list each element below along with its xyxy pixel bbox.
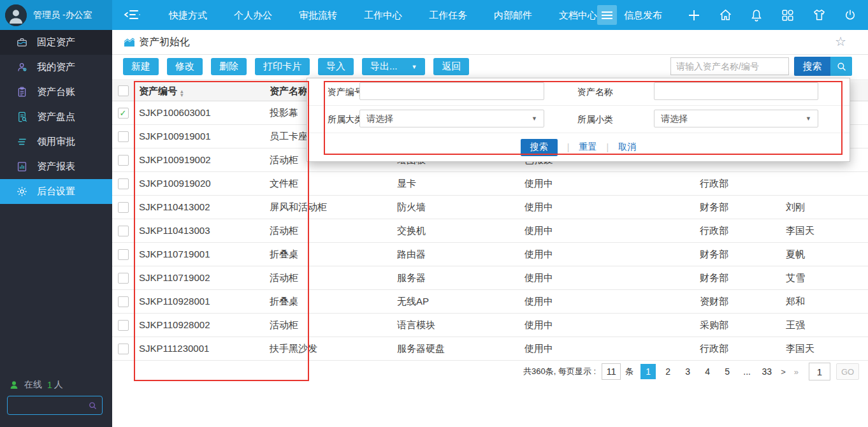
panel-search-button[interactable]: 搜索 (521, 139, 558, 156)
row-checkbox[interactable] (118, 202, 129, 213)
nav-item-mail[interactable]: 内部邮件 (481, 0, 546, 30)
column-header-asset-code[interactable]: 资产编号▴▾ (134, 81, 264, 101)
sidebar-search-input[interactable] (8, 401, 88, 410)
back-button[interactable]: 返回 (433, 58, 469, 75)
document-search-icon (15, 111, 28, 124)
select-all-checkbox[interactable] (118, 85, 129, 96)
favorite-star-icon[interactable]: ☆ (835, 34, 846, 49)
edit-button[interactable]: 修改 (167, 58, 203, 75)
last-page-icon[interactable]: » (792, 367, 800, 377)
table-row[interactable]: SJKP110719001 折叠桌 路由器 使用中 财务部 夏帆 (112, 243, 868, 266)
page-button-2[interactable]: 2 (660, 364, 676, 379)
page-button-33[interactable]: 33 (759, 364, 774, 379)
quick-search-input[interactable] (670, 57, 789, 75)
asset-code-cell: SJKP110928002 (134, 314, 264, 337)
apps-grid-icon[interactable] (780, 8, 795, 23)
row-checkbox[interactable] (118, 155, 129, 166)
nav-item-shortcuts[interactable]: 快捷方式 (156, 0, 221, 30)
power-logout-icon[interactable] (843, 8, 858, 23)
page-button-5[interactable]: 5 (720, 364, 735, 379)
export-dropdown-button[interactable]: 导出... ▼ (362, 58, 425, 75)
nav-item-approval[interactable]: 审批流转 (286, 0, 351, 30)
page-button-1[interactable]: 1 (640, 364, 656, 379)
table-row[interactable]: SJKP110928001 折叠桌 无线AP 使用中 资财部 郑和 (112, 290, 868, 314)
nav-item-personal[interactable]: 个人办公 (221, 0, 286, 30)
asset-code-cell: SJKP110413003 (134, 219, 264, 242)
row-checkbox[interactable] (118, 320, 129, 331)
online-count: 1 (47, 380, 52, 390)
category-select[interactable]: 请选择 ▼ (359, 110, 544, 127)
reset-link[interactable]: 重置 (579, 141, 597, 153)
online-person-icon (9, 380, 19, 390)
sidebar-item-label: 资产台账 (37, 86, 75, 98)
row-checkbox[interactable] (118, 131, 129, 142)
quick-search-button[interactable]: 搜索 (794, 57, 830, 76)
new-button[interactable]: 新建 (123, 58, 159, 75)
search-icon-button[interactable] (830, 57, 852, 76)
sidebar-item-backend-settings[interactable]: 后台设置 (0, 179, 112, 204)
page-button-4[interactable]: 4 (700, 364, 715, 379)
table-row[interactable]: SJKP111230001 扶手黑沙发 服务器硬盘 使用中 行政部 李国天 (112, 337, 868, 361)
goto-page-input[interactable] (809, 363, 830, 380)
next-page-icon[interactable]: > (779, 367, 788, 377)
row-checkbox[interactable] (118, 226, 129, 236)
person-icon (15, 61, 28, 74)
asset-name-label: 资产名称 (577, 78, 613, 105)
sidebar-item-asset-reports[interactable]: 资产报表 (0, 154, 112, 179)
sort-icon[interactable]: ▴▾ (180, 89, 184, 97)
table-row[interactable]: SJKP100919020 文件柜 显卡 使用中 行政部 (112, 172, 868, 196)
notifications-bell-icon[interactable] (749, 8, 764, 23)
status-cell: 使用中 (519, 266, 695, 289)
nav-item-news[interactable]: 信息发布 (611, 0, 676, 30)
table-row[interactable]: SJKP110413002 屏风和活动柜 防火墙 使用中 财务部 刘刚 (112, 196, 868, 219)
row-checkbox[interactable] (118, 249, 129, 260)
table-row[interactable]: SJKP110719002 活动柜 服务器 使用中 财务部 艾雪 (112, 266, 868, 290)
status-cell: 使用中 (519, 314, 695, 337)
device-cell: 路由器 (392, 243, 519, 266)
sidebar-item-asset-ledger[interactable]: 资产台账 (0, 80, 112, 105)
sidebar-item-asset-inventory[interactable]: 资产盘点 (0, 105, 112, 129)
person-cell: 郑和 (781, 290, 868, 313)
table-row[interactable]: SJKP110928002 活动柜 语言模块 使用中 采购部 王强 (112, 314, 868, 337)
asset-code-input[interactable] (359, 82, 544, 100)
go-button[interactable]: GO (836, 363, 859, 380)
row-checkbox[interactable] (118, 178, 129, 189)
avatar[interactable] (5, 4, 27, 26)
asset-code-cell: SJKP111230001 (134, 337, 264, 360)
page-button-3[interactable]: 3 (680, 364, 695, 379)
asset-code-label: 资产编号 (328, 78, 363, 105)
list-lines-icon (15, 136, 28, 148)
home-icon[interactable] (718, 8, 733, 23)
person-cell: 王强 (781, 314, 868, 337)
cancel-link[interactable]: 取消 (618, 141, 636, 153)
nav-item-workcenter[interactable]: 工作中心 (351, 0, 416, 30)
department-cell: 行政部 (695, 219, 781, 242)
print-card-button[interactable]: 打印卡片 (255, 58, 310, 75)
row-checkbox[interactable] (118, 273, 129, 284)
page-size-input[interactable]: 11 (602, 363, 621, 380)
row-checkbox[interactable] (118, 296, 129, 307)
subcategory-select[interactable]: 请选择 ▼ (654, 110, 818, 127)
search-popup-row: 所属大类 请选择 ▼ 所属小类 请选择 ▼ (307, 106, 850, 133)
sidebar-item-my-assets[interactable]: 我的资产 (0, 55, 112, 80)
collapse-sidebar-icon[interactable] (124, 7, 141, 22)
row-checkbox[interactable] (118, 344, 129, 354)
search-icon[interactable] (88, 401, 98, 410)
row-checkbox[interactable]: ✓ (118, 108, 129, 119)
asset-name-input[interactable] (654, 82, 818, 100)
sidebar: 固定资产 我的资产 资产台账 (0, 30, 112, 427)
delete-button[interactable]: 删除 (211, 58, 247, 75)
asset-code-cell: SJKP100919002 (134, 148, 264, 171)
sidebar-item-fixed-assets[interactable]: 固定资产 (0, 30, 112, 55)
shirt-icon[interactable] (811, 8, 827, 23)
plus-icon[interactable] (686, 8, 702, 23)
nav-item-worktasks[interactable]: 工作任务 (416, 0, 481, 30)
sidebar-item-requisition-approval[interactable]: 领用审批 (0, 129, 112, 154)
column-header-label: 资产编号 (139, 85, 177, 96)
hamburger-menu-icon[interactable] (597, 5, 617, 25)
user-block[interactable]: 管理员 -办公室 (0, 0, 112, 30)
import-button[interactable]: 导入 (318, 58, 354, 75)
department-cell: 行政部 (695, 172, 781, 195)
table-row[interactable]: SJKP110413003 活动柜 交换机 使用中 行政部 李国天 (112, 219, 868, 243)
search-popup-row: 资产编号 资产名称 (307, 78, 850, 106)
